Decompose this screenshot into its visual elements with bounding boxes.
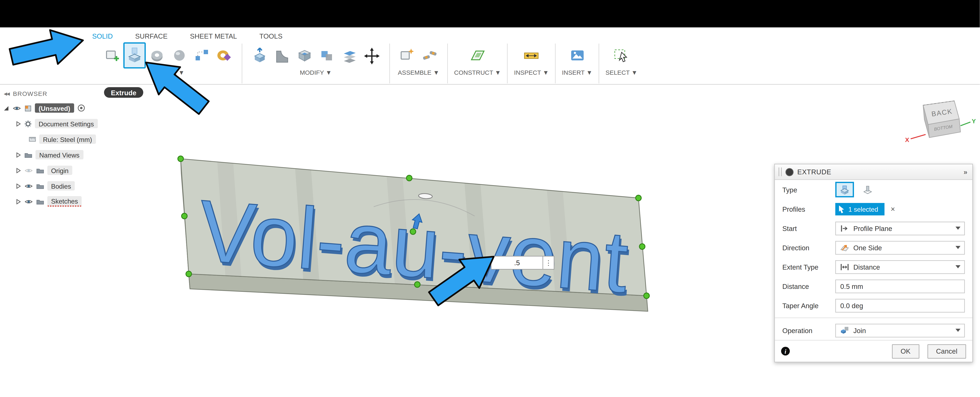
handle-corner-br[interactable] — [644, 293, 649, 299]
visibility-eye-icon[interactable] — [13, 105, 21, 111]
operation-label: Operation — [782, 327, 835, 334]
axis-x-line — [911, 135, 926, 139]
folder-icon — [36, 198, 44, 205]
rule-icon — [29, 136, 36, 143]
visibility-eye-icon[interactable] — [24, 183, 33, 189]
construct-plane-icon[interactable] — [466, 42, 489, 68]
browser-panel: ◀◀ BROWSER (Unsaved) Document Settings R… — [0, 88, 134, 209]
tab-surface[interactable]: SURFACE — [135, 32, 167, 42]
shell-icon[interactable] — [293, 42, 316, 68]
browser-item-label[interactable]: Bodies — [47, 181, 75, 191]
create-group-label[interactable]: CREATE ▼ — [152, 69, 185, 76]
handle-edge-top[interactable] — [406, 175, 412, 181]
handle-corner-tr[interactable] — [636, 195, 641, 201]
direction-value: One Side — [853, 244, 882, 251]
dialog-expand-icon[interactable]: » — [964, 168, 967, 176]
distance-icon — [840, 262, 850, 272]
handle-center[interactable] — [410, 229, 416, 234]
assemble-group-label[interactable]: ASSEMBLE ▼ — [398, 69, 439, 76]
cancel-button[interactable]: Cancel — [927, 344, 966, 358]
taper-angle-value: 0.0 deg — [840, 302, 863, 309]
viewcube[interactable]: BACK BOTTOM X Y — [904, 95, 978, 154]
ok-button[interactable]: OK — [892, 344, 920, 358]
modify-group-label[interactable]: MODIFY ▼ — [300, 69, 332, 76]
browser-item-document-settings[interactable]: Document Settings — [0, 116, 134, 131]
tab-tools[interactable]: TOOLS — [259, 32, 282, 42]
browser-item-label[interactable]: Sketches — [47, 196, 82, 207]
type-thin-extrude-button[interactable] — [858, 182, 877, 197]
expand-closed-icon[interactable] — [15, 152, 21, 158]
browser-item-rule[interactable]: Rule: Steel (mm) — [0, 131, 134, 147]
assemble-component-icon[interactable] — [396, 42, 418, 68]
move-copy-icon[interactable] — [361, 42, 383, 68]
revolve-icon[interactable] — [146, 42, 168, 68]
dimension-input-group: ⋮ — [491, 256, 554, 270]
browser-item-label[interactable]: Named Views — [35, 150, 83, 159]
sweep-icon[interactable] — [168, 42, 191, 68]
dimension-options-icon[interactable]: ⋮ — [543, 256, 554, 270]
select-cursor-icon[interactable] — [610, 42, 633, 68]
browser-item-named-views[interactable]: Named Views — [0, 147, 134, 162]
offset-face-icon[interactable] — [338, 42, 361, 68]
axis-y-line — [961, 122, 970, 126]
type-solid-extrude-button[interactable] — [835, 182, 854, 197]
expand-open-icon[interactable] — [3, 105, 10, 111]
handle-corner-tl[interactable] — [178, 156, 183, 162]
profiles-clear-icon[interactable]: × — [891, 205, 895, 213]
coil-icon[interactable] — [213, 42, 235, 68]
browser-item-label[interactable]: Origin — [47, 166, 72, 175]
browser-item-label[interactable]: Document Settings — [35, 119, 98, 128]
direction-dropdown[interactable]: One Side — [835, 241, 965, 254]
fillet-icon[interactable] — [271, 42, 293, 68]
expand-closed-icon[interactable] — [15, 183, 21, 189]
joint-icon[interactable] — [418, 42, 441, 68]
visibility-eye-off-icon[interactable] — [24, 167, 33, 173]
operation-dropdown[interactable]: Join — [835, 324, 965, 337]
new-component-icon[interactable] — [101, 42, 123, 68]
browser-item-bodies[interactable]: Bodies — [0, 178, 134, 194]
dialog-row-direction: Direction One Side — [775, 238, 972, 257]
browser-root-label[interactable]: (Unsaved) — [35, 103, 74, 113]
profiles-selected-chip[interactable]: 1 selected — [835, 203, 885, 215]
combine-icon[interactable] — [316, 42, 338, 68]
expand-closed-icon[interactable] — [15, 198, 21, 205]
extent-type-dropdown[interactable]: Distance — [835, 260, 965, 274]
browser-item-origin[interactable]: Origin — [0, 162, 134, 178]
browser-root-row[interactable]: (Unsaved) — [0, 100, 134, 116]
handle-corner-bl[interactable] — [186, 271, 191, 276]
dialog-grip-icon[interactable] — [779, 167, 782, 176]
dialog-header[interactable]: EXTRUDE » — [775, 164, 972, 180]
toolbar-group-select: SELECT ▼ — [605, 42, 637, 76]
info-icon[interactable]: i — [781, 347, 790, 356]
tab-sheet-metal[interactable]: SHEET METAL — [190, 32, 237, 42]
press-pull-icon[interactable] — [248, 42, 271, 68]
dialog-row-distance: Distance 0.5 mm — [775, 276, 972, 296]
browser-item-sketches[interactable]: Sketches — [0, 194, 134, 209]
expand-closed-icon[interactable] — [15, 121, 21, 127]
handle-edge-left[interactable] — [181, 213, 187, 219]
tab-solid[interactable]: SOLID — [92, 32, 113, 42]
distance-input[interactable]: 0.5 mm — [835, 279, 965, 293]
extent-type-value: Distance — [853, 263, 880, 271]
insert-image-icon[interactable] — [566, 42, 589, 68]
browser-item-label[interactable]: Rule: Steel (mm) — [39, 135, 96, 144]
insert-group-label[interactable]: INSERT ▼ — [562, 69, 592, 76]
select-group-label[interactable]: SELECT ▼ — [605, 69, 637, 76]
handle-edge-right[interactable] — [639, 244, 645, 249]
handle-edge-bottom[interactable] — [414, 282, 420, 287]
dropdown-caret-icon — [956, 265, 961, 268]
start-dropdown[interactable]: Profile Plane — [835, 221, 965, 235]
rectangular-pattern-icon[interactable] — [191, 42, 213, 68]
measure-icon[interactable] — [520, 42, 543, 68]
extrude-button[interactable] — [123, 42, 146, 68]
inspect-group-label[interactable]: INSPECT ▼ — [514, 69, 549, 76]
extrude-distance-inline-input[interactable] — [491, 256, 543, 270]
expand-closed-icon[interactable] — [15, 167, 21, 173]
construct-group-label[interactable]: CONSTRUCT ▼ — [454, 69, 501, 76]
activate-radio-icon[interactable] — [77, 104, 85, 112]
toolbar-group-create: CREATE ▼ — [101, 42, 235, 76]
browser-collapse-icon[interactable]: ◀◀ — [4, 91, 9, 96]
visibility-eye-icon[interactable] — [24, 198, 33, 205]
taper-angle-input[interactable]: 0.0 deg — [835, 299, 965, 312]
toolbar-group-modify: MODIFY ▼ — [248, 42, 383, 76]
